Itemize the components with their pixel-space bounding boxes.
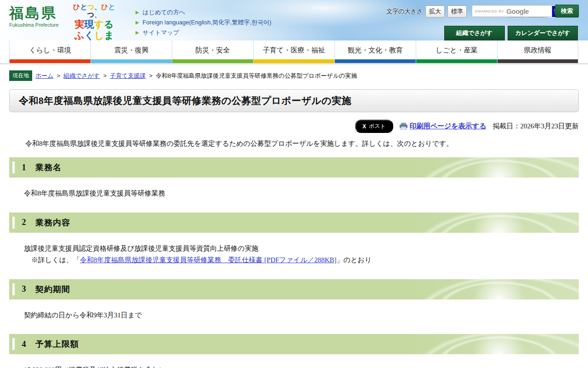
nav-stripe <box>335 59 416 63</box>
search-button[interactable]: 検索 <box>555 5 579 17</box>
breadcrumb-home[interactable]: ホーム <box>35 72 54 80</box>
printer-icon <box>400 123 407 130</box>
breadcrumb-childcare-division[interactable]: 子育て支援課 <box>110 72 146 80</box>
meta-row: X ポスト 印刷用ページを表示する 掲載日：2026年3月23日更新 <box>9 120 579 133</box>
heading-accent-bar <box>12 338 15 350</box>
catchphrase-line-3: ふくしま <box>69 30 119 41</box>
site-search: ENHANCED BY Google 検索 <box>472 5 579 17</box>
catchphrase-line-1: ひとつ、ひとつ、 <box>69 3 119 19</box>
global-nav: くらし・環境 震災・復興 防災・安全 子育て・医療・福祉 観光・文化・教育 しご… <box>0 40 588 63</box>
prefecture-logo-title: 福島県 <box>9 6 59 21</box>
search-by-organization-button[interactable]: 組織でさがす <box>444 26 505 40</box>
pdf-specification-link[interactable]: 令和8年度福島県放課後児童支援員等研修業務 委託仕様書 [PDFファイル／288… <box>80 256 337 264</box>
site-header: 福島県 Fukushima Prefecture ひとつ、ひとつ、 実現する ふ… <box>0 0 588 40</box>
breadcrumb: 現在地 ホーム > 組織でさがす > 子育て支援課 > 令和8年度福島県放課後児… <box>9 70 579 81</box>
nav-tab-prefectural-information[interactable]: 県政情報 <box>497 40 578 63</box>
section-heading: 4 予算上限額 <box>9 334 579 354</box>
print-link-group: 印刷用ページを表示する <box>400 122 486 131</box>
link-sitemap-label[interactable]: サイトマップ <box>142 29 179 36</box>
x-post-button[interactable]: X ポスト <box>355 120 393 133</box>
posted-date: 掲載日：2026年3月23日更新 <box>493 122 579 131</box>
section-heading: 1 業務名 <box>9 157 579 178</box>
current-location-badge: 現在地 <box>9 70 32 81</box>
section-heading: 2 業務内容 <box>9 213 579 233</box>
nav-tab-work-industry[interactable]: しごと・産業 <box>416 40 497 63</box>
nav-stripe <box>91 59 172 63</box>
page-title-box: 令和8年度福島県放課後児童支援員等研修業務の公募型プロポーザルの実施 <box>9 89 579 112</box>
nav-tab-tourism-culture-education[interactable]: 観光・文化・教育 <box>334 40 416 63</box>
x-logo-icon: X <box>362 123 366 130</box>
link-first-time-label[interactable]: はじめての方へ <box>142 9 185 16</box>
search-input[interactable]: ENHANCED BY Google <box>472 5 552 17</box>
breadcrumb-current-page: 令和8年度福島県放課後児童支援員等研修業務の公募型プロポーザルの実施 <box>156 72 357 80</box>
section-budget-limit: 4 予算上限額 15,229,000円（消費税及び地方消費税を含む） <box>0 334 588 368</box>
catchphrase-logo: ひとつ、ひとつ、 実現する ふくしま <box>69 3 119 41</box>
section-body: 15,229,000円（消費税及び地方消費税を含む） <box>0 354 588 368</box>
google-logo: Google <box>506 7 529 15</box>
font-size-standard-button[interactable]: 標準 <box>447 6 467 17</box>
finder-buttons: 組織でさがす カレンダーでさがす <box>444 26 578 40</box>
spec-note: ※詳しくは、「令和8年度福島県放課後児童支援員等研修業務 委託仕様書 [PDFフ… <box>24 254 588 266</box>
section-body: 放課後児童支援員認定資格研修及び放課後児童支援員等資質向上研修の実施 ※詳しくは… <box>0 233 588 270</box>
triangle-icon: ▶ <box>136 10 139 15</box>
link-foreign-language-label[interactable]: Foreign language(English,简化字,繁體字,한국어) <box>142 19 271 26</box>
heading-accent-bar <box>12 283 15 295</box>
triangle-icon: ▶ <box>136 30 139 35</box>
section-body: 契約締結の日から令和9年3月31日まで <box>0 299 588 325</box>
nav-stripe <box>172 59 253 63</box>
link-sitemap[interactable]: ▶ サイトマップ <box>136 29 271 37</box>
nav-stripe <box>416 59 497 63</box>
section-heading: 3 契約期間 <box>9 279 579 299</box>
link-first-time[interactable]: ▶ はじめての方へ <box>136 8 271 17</box>
breadcrumb-organization[interactable]: 組織でさがす <box>63 72 100 80</box>
heading-accent-bar <box>12 217 15 229</box>
print-page-link[interactable]: 印刷用ページを表示する <box>410 122 486 131</box>
font-size-enlarge-button[interactable]: 拡大 <box>425 6 445 17</box>
search-by-calendar-button[interactable]: カレンダーでさがす <box>508 26 578 40</box>
section-contract-period: 3 契約期間 契約締結の日から令和9年3月31日まで <box>0 279 588 325</box>
triangle-icon: ▶ <box>136 20 139 25</box>
section-business-content: 2 業務内容 放課後児童支援員認定資格研修及び放課後児童支援員等資質向上研修の実… <box>0 213 588 270</box>
link-foreign-language[interactable]: ▶ Foreign language(English,简化字,繁體字,한국어) <box>136 18 271 27</box>
prefecture-logo[interactable]: 福島県 Fukushima Prefecture <box>9 6 59 28</box>
prefecture-logo-subtitle: Fukushima Prefecture <box>9 22 59 28</box>
page-title: 令和8年度福島県放課後児童支援員等研修業務の公募型プロポーザルの実施 <box>19 94 351 107</box>
nav-tab-childcare-medical-welfare[interactable]: 子育て・医療・福祉 <box>253 40 334 63</box>
heading-accent-bar <box>12 161 15 173</box>
nav-tab-living-environment[interactable]: くらし・環境 <box>9 40 90 63</box>
nav-stripe <box>254 59 334 63</box>
nav-tab-disaster-prevention-safety[interactable]: 防災・安全 <box>172 40 253 63</box>
main-content: 令和8年度福島県放課後児童支援員等研修業務の委託先を選定するための公募型プロポー… <box>0 139 588 368</box>
nav-stripe <box>498 59 578 63</box>
section-business-name: 1 業務名 令和8年度福島県放課後児童支援員等研修業務 <box>0 157 588 203</box>
search-branding-text: ENHANCED BY <box>475 9 504 13</box>
header-quick-links: ▶ はじめての方へ ▶ Foreign language(English,简化字… <box>136 8 271 39</box>
nav-stripe <box>10 59 90 63</box>
font-size-label: 文字の大きさ <box>386 7 423 16</box>
section-body: 令和8年度福島県放課後児童支援員等研修業務 <box>0 178 588 203</box>
intro-paragraph: 令和8年度福島県放課後児童支援員等研修業務の委託先を選定するための公募型プロポー… <box>18 139 570 148</box>
nav-tab-disaster-reconstruction[interactable]: 震災・復興 <box>90 40 172 63</box>
catchphrase-line-2: 実現する <box>69 19 119 30</box>
